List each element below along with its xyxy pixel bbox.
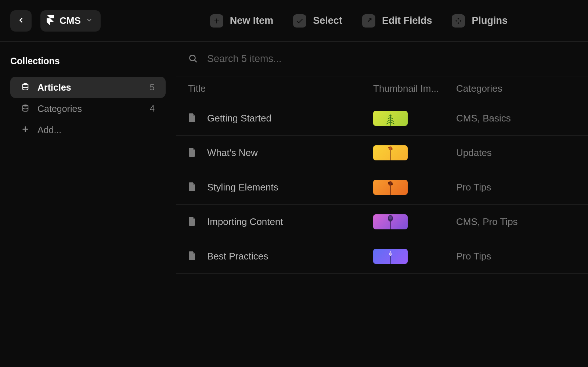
thumbnail-image: [373, 214, 408, 229]
main-panel: Title Thumbnail Im... Categories Getting…: [176, 42, 588, 367]
sidebar-title: Collections: [10, 56, 166, 66]
row-categories: Pro Tips: [456, 182, 576, 193]
sidebar-item-categories[interactable]: Categories 4: [10, 98, 166, 119]
topbar: CMS New Item Select Edit Fields: [0, 0, 588, 42]
add-collection-button[interactable]: Add...: [10, 119, 166, 141]
arrow-out-icon: [362, 14, 375, 28]
row-title: Getting Started: [207, 113, 271, 124]
search-icon: [188, 54, 198, 65]
row-title: What's New: [207, 147, 258, 159]
svg-point-13: [391, 184, 393, 185]
page-icon: [188, 148, 196, 158]
search-input[interactable]: [207, 53, 576, 65]
thumbnail-image: [373, 111, 408, 126]
collection-label: Articles: [37, 82, 142, 93]
edit-fields-label: Edit Fields: [382, 15, 432, 26]
column-header-thumbnail[interactable]: Thumbnail Im...: [373, 83, 456, 94]
cms-dropdown[interactable]: CMS: [40, 10, 101, 32]
row-categories: CMS, Pro Tips: [456, 216, 576, 228]
select-label: Select: [313, 15, 342, 26]
table-header: Title Thumbnail Im... Categories: [176, 76, 588, 101]
row-title: Best Practices: [207, 251, 268, 262]
items-table: Title Thumbnail Im... Categories Getting…: [176, 76, 588, 367]
plus-icon: [210, 14, 223, 28]
svg-point-0: [23, 83, 28, 86]
table-row[interactable]: Styling Elements Pro Tips: [176, 170, 588, 205]
page-icon: [188, 217, 196, 227]
edit-fields-button[interactable]: Edit Fields: [362, 14, 432, 28]
svg-point-12: [388, 182, 390, 184]
select-button[interactable]: Select: [293, 14, 342, 28]
table-row[interactable]: What's New Updates: [176, 136, 588, 170]
content-area: Collections Articles 5 Categories 4 Add.…: [0, 42, 588, 367]
new-item-button[interactable]: New Item: [210, 14, 274, 28]
search-bar: [176, 42, 588, 76]
plugins-button[interactable]: Plugins: [452, 14, 508, 28]
row-categories: CMS, Basics: [456, 113, 576, 124]
row-title: Styling Elements: [207, 182, 278, 193]
toolbar-actions: New Item Select Edit Fields Plugins: [210, 14, 508, 28]
svg-line-5: [194, 60, 196, 62]
thumbnail-image: [373, 249, 408, 264]
chevron-left-icon: [17, 17, 25, 25]
checkmark-icon: [293, 14, 306, 28]
table-row[interactable]: Best Practices Pro Tips: [176, 239, 588, 274]
sidebar: Collections Articles 5 Categories 4 Add.…: [0, 42, 176, 367]
row-title: Importing Content: [207, 216, 283, 228]
thumbnail-image: [373, 180, 408, 195]
page-icon: [188, 182, 196, 193]
sidebar-item-articles[interactable]: Articles 5: [10, 77, 166, 98]
svg-point-1: [23, 105, 28, 107]
database-icon: [21, 104, 29, 113]
new-item-label: New Item: [230, 15, 274, 26]
collection-count: 5: [150, 82, 155, 92]
plus-icon: [21, 125, 29, 135]
svg-point-9: [391, 148, 393, 150]
svg-point-16: [389, 216, 392, 219]
table-row[interactable]: Importing Content CMS, Pro Tips: [176, 205, 588, 239]
thumbnail-image: [373, 145, 408, 160]
back-button[interactable]: [10, 10, 32, 32]
database-icon: [21, 83, 29, 92]
row-categories: Updates: [456, 147, 576, 159]
row-categories: Pro Tips: [456, 251, 576, 262]
cms-dropdown-label: CMS: [59, 15, 81, 26]
svg-point-8: [388, 147, 390, 148]
column-header-title[interactable]: Title: [188, 83, 373, 94]
plugins-label: Plugins: [472, 15, 508, 26]
add-label: Add...: [37, 125, 61, 135]
plugins-icon: [452, 14, 465, 28]
collection-label: Categories: [37, 103, 142, 114]
table-row[interactable]: Getting Started CMS, Basics: [176, 101, 588, 136]
framer-logo-icon: [46, 15, 54, 27]
column-header-categories[interactable]: Categories: [456, 83, 576, 94]
collection-count: 4: [150, 103, 155, 114]
page-icon: [188, 251, 196, 262]
chevron-down-icon: [86, 17, 93, 25]
page-icon: [188, 113, 196, 124]
